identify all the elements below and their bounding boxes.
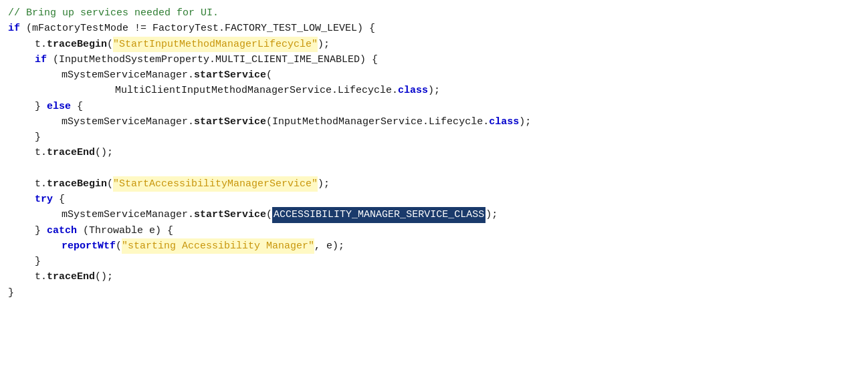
line-msystem2: mSystemServiceManager.startService(Input…	[8, 114, 860, 130]
keyword-reportwtf: reportWtf	[62, 238, 116, 254]
plain-13: (InputMethodManagerService.Lifecycle.	[266, 114, 489, 130]
code-editor: // Bring up services needed for UI. if (…	[0, 0, 868, 378]
plain-26: (Throwable e) {	[77, 223, 173, 238]
line-tracebegin1: t.traceBegin("StartInputMethodManagerLif…	[8, 37, 860, 52]
line-else: } else {	[8, 99, 860, 114]
plain-32: }	[8, 285, 14, 301]
plain-7: (	[266, 67, 272, 83]
empty-line-1	[8, 161, 860, 176]
line-if2: if (InputMethodSystemProperty.MULTI_CLIE…	[8, 52, 860, 67]
keyword-class1: class	[398, 83, 428, 98]
plain-9: );	[428, 83, 440, 98]
plain-3: (	[107, 37, 113, 52]
line-traceend2: t.traceEnd();	[8, 269, 860, 285]
plain-8: MultiClientInputMethodManagerService.Lif…	[115, 83, 398, 98]
keyword-catch: catch	[47, 223, 77, 238]
highlighted-constant: ACCESSIBILITY_MANAGER_SERVICE_CLASS	[272, 207, 485, 222]
method-startservice2: startService	[194, 114, 266, 130]
line-if1: if (mFactoryTestMode != FactoryTest.FACT…	[8, 21, 860, 36]
plain-22: mSystemServiceManager.	[62, 207, 194, 222]
plain-25: }	[35, 223, 47, 238]
plain-27: (	[116, 238, 122, 254]
keyword-else: else	[47, 99, 71, 114]
keyword-if2: if	[35, 52, 47, 67]
line-msystem3: mSystemServiceManager.startService(ACCES…	[8, 207, 860, 222]
plain-20: );	[318, 176, 330, 192]
plain-23: (	[266, 207, 272, 222]
plain-18: t.	[35, 176, 47, 192]
plain-14: );	[519, 114, 531, 130]
line-try: try {	[8, 192, 860, 207]
plain-10: }	[35, 99, 47, 114]
line-comment: // Bring up services needed for UI.	[8, 5, 860, 21]
line-traceend1: t.traceEnd();	[8, 145, 860, 160]
plain-5: (InputMethodSystemProperty.MULTI_CLIENT_…	[47, 52, 378, 67]
plain-2: t.	[35, 37, 47, 52]
string-2: "StartAccessibilityManagerService"	[113, 176, 318, 192]
keyword-if: if	[8, 21, 20, 36]
plain-11: {	[71, 99, 83, 114]
string-3: "starting Accessibility Manager"	[122, 238, 314, 254]
string-1: "StartInputMethodManagerLifecycle"	[113, 37, 318, 52]
plain-21: {	[53, 192, 65, 207]
line-close2: }	[8, 254, 860, 269]
method-traceend1: traceEnd	[47, 145, 95, 160]
line-msystem1: mSystemServiceManager.startService(	[8, 67, 860, 83]
line-catch: } catch (Throwable e) {	[8, 223, 860, 238]
plain-19: (	[107, 176, 113, 192]
method-tracebegin1: traceBegin	[47, 37, 107, 52]
plain-16: t.	[35, 145, 47, 160]
plain-24: );	[485, 207, 498, 222]
plain-12: mSystemServiceManager.	[62, 114, 194, 130]
line-close3: }	[8, 285, 860, 301]
plain-6: mSystemServiceManager.	[62, 67, 194, 83]
plain-31: ();	[95, 269, 113, 285]
plain-17: ();	[95, 145, 113, 160]
comment-text: // Bring up services needed for UI.	[8, 5, 219, 21]
line-multi-class: MultiClientInputMethodManagerService.Lif…	[8, 83, 860, 98]
line-reportwtf: reportWtf("starting Accessibility Manage…	[8, 238, 860, 254]
line-tracebegin2: t.traceBegin("StartAccessibilityManagerS…	[8, 176, 860, 192]
plain-1: (mFactoryTestMode != FactoryTest.FACTORY…	[20, 21, 375, 36]
method-startservice3: startService	[194, 207, 266, 222]
method-tracebegin2: traceBegin	[47, 176, 107, 192]
keyword-class2: class	[489, 114, 519, 130]
plain-30: t.	[35, 269, 47, 285]
line-close1: }	[8, 130, 860, 145]
plain-29: }	[35, 254, 41, 269]
plain-28: , e);	[314, 238, 344, 254]
method-startservice1: startService	[194, 67, 266, 83]
plain-15: }	[35, 130, 41, 145]
keyword-try: try	[35, 192, 53, 207]
plain-4: );	[318, 37, 330, 52]
method-traceend2: traceEnd	[47, 269, 95, 285]
